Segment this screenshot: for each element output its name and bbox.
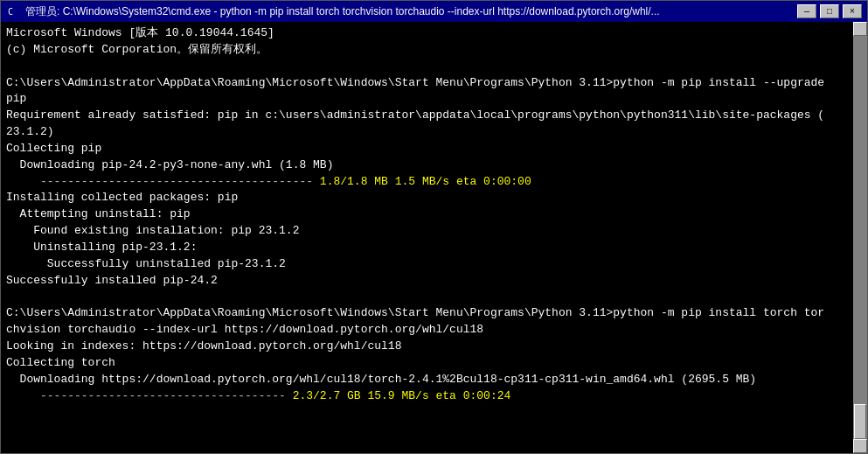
line-5: pip [6,91,846,108]
line-17 [6,290,846,306]
line-10: ----------------------------------------… [6,174,846,191]
restore-button[interactable]: □ [820,4,839,18]
cmd-window: C 管理员: C:\Windows\System32\cmd.exe - pyt… [0,0,868,454]
console-body: Microsoft Windows [版本 10.0.19044.1645] (… [1,22,867,453]
line-18: C:\Users\Administrator\AppData\Roaming\M… [6,305,846,322]
window-controls: — □ × [797,4,862,18]
scrollbar-vertical[interactable]: ▲ ▼ [853,22,867,453]
close-button[interactable]: × [843,4,862,18]
scrollbar-thumb[interactable] [854,404,866,439]
progress2-bar: ------------------------------------ [6,389,293,402]
line-4: C:\Users\Administrator\AppData\Roaming\M… [6,75,846,92]
cmd-icon: C [6,4,20,18]
line-21: Collecting torch [6,355,846,372]
line-3 [6,59,846,75]
scrollbar-track[interactable] [853,36,867,439]
line-23: ------------------------------------ 2.3… [6,388,846,405]
window-title: 管理员: C:\Windows\System32\cmd.exe - pytho… [25,4,790,19]
line-2: (c) Microsoft Corporation。保留所有权利。 [6,42,846,59]
line-8: Collecting pip [6,141,846,157]
line-1: Microsoft Windows [版本 10.0.19044.1645] [6,25,846,42]
line-11: Installing collected packages: pip [6,190,846,206]
line-13: Found existing installation: pip 23.1.2 [6,223,846,240]
progress1-stats: 1.8/1.8 MB 1.5 MB/s eta 0:00:00 [320,175,531,188]
line-6: Requirement already satisfied: pip in c:… [6,108,846,124]
line-22: Downloading https://download.pytorch.org… [6,372,846,388]
line-20: Looking in indexes: https://download.pyt… [6,339,846,355]
line-16: Successfully installed pip-24.2 [6,273,846,290]
line-12: Attempting uninstall: pip [6,206,846,223]
line-9: Downloading pip-24.2-py3-none-any.whl (1… [6,157,846,174]
svg-text:C: C [8,7,13,17]
minimize-button[interactable]: — [797,4,816,18]
progress2-stats: 2.3/2.7 GB 15.9 MB/s eta 0:00:24 [293,389,511,402]
scroll-up-button[interactable]: ▲ [853,22,867,36]
scroll-down-button[interactable]: ▼ [853,439,867,453]
line-15: Successfully uninstalled pip-23.1.2 [6,256,846,273]
line-19: chvision torchaudio --index-url https://… [6,322,846,339]
title-bar: C 管理员: C:\Windows\System32\cmd.exe - pyt… [1,1,867,22]
console-content: Microsoft Windows [版本 10.0.19044.1645] (… [6,25,862,404]
progress1-bar: ---------------------------------------- [6,175,320,188]
line-7: 23.1.2) [6,124,846,141]
line-14: Uninstalling pip-23.1.2: [6,240,846,256]
